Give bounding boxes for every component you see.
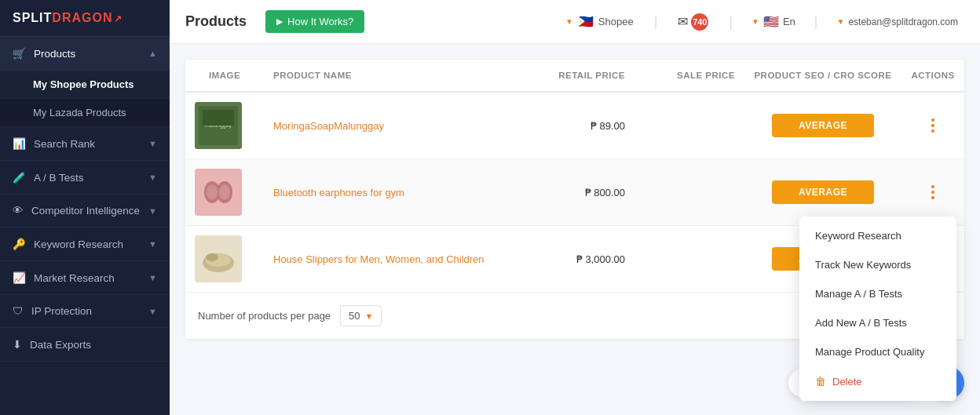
actions-2: [901, 169, 964, 215]
sidebar-item-competitor[interactable]: 👁 Competitor Intelligence ▼: [0, 195, 170, 228]
sidebar-item-my-lazada-products[interactable]: My Lazada Products: [0, 99, 170, 127]
col-retail-price: RETAIL PRICE: [525, 60, 634, 91]
shopee-selector[interactable]: ▼ 🇵🇭 Shopee: [558, 9, 642, 34]
col-sale-price: SALE PRICE: [634, 60, 744, 91]
logo: SPLITDRAGON↗: [0, 0, 170, 37]
user-email: esteban@splitdragon.com: [848, 16, 958, 27]
sidebar-item-keyword-label: Keyword Research: [34, 238, 123, 250]
content-area: IMAGE PRODUCT NAME RETAIL PRICE SALE PRI…: [170, 44, 980, 415]
sale-price-2: [634, 183, 744, 202]
chevron-up-icon: ▲: [148, 49, 157, 58]
dot-3: [931, 129, 934, 133]
dropdown-item-delete[interactable]: 🗑 Delete: [799, 366, 956, 396]
chevron-down-icon-4: ▼: [148, 239, 157, 249]
actions-1: [901, 103, 964, 148]
table-header: IMAGE PRODUCT NAME RETAIL PRICE SALE PRI…: [185, 60, 964, 93]
product-link-2[interactable]: Bluetooth earphones for gym: [273, 187, 404, 198]
products-submenu: My Shopee Products My Lazada Products: [0, 71, 170, 127]
trash-icon: 🗑: [815, 375, 826, 388]
language-selector[interactable]: ▼ 🇺🇸 En: [745, 9, 802, 34]
product-name-2: Bluetooth earphones for gym: [264, 177, 525, 208]
topbar: Products ▶ How It Works? ▼ 🇵🇭 Shopee | ✉…: [170, 0, 980, 44]
product-name-3: House Slippers for Men, Women, and Child…: [264, 244, 525, 275]
product-img-moringa: malunggay: [195, 102, 242, 149]
sidebar-item-search-rank-label: Search Rank: [34, 138, 95, 150]
chevron-down-icon-3: ▼: [148, 206, 157, 216]
mail-badge: 740: [691, 13, 708, 31]
chevron-down-icon-5: ▼: [148, 273, 157, 282]
user-menu[interactable]: ▼ esteban@splitdragon.com: [831, 12, 965, 32]
mail-button[interactable]: ✉ 740: [670, 9, 716, 35]
product-image-1: malunggay: [185, 93, 264, 158]
sidebar-item-competitor-label: Competitor Intelligence: [31, 205, 140, 217]
how-it-works-label: How It Works?: [287, 16, 353, 27]
retail-price-2: ₱ 800.00: [525, 177, 634, 208]
col-actions: ACTIONS: [901, 60, 964, 91]
product-image-2: [185, 159, 264, 225]
user-caret-icon: ▼: [837, 17, 845, 26]
logo-arrow: ↗: [114, 13, 122, 24]
sidebar-item-ip-protection[interactable]: 🛡 IP Protection ▼: [0, 295, 170, 328]
product-link-3[interactable]: House Slippers for Men, Women, and Child…: [273, 253, 485, 265]
sidebar-item-keyword-research[interactable]: 🔑 Keyword Research ▼: [0, 228, 170, 261]
sidebar-item-products-label: Products: [34, 48, 75, 60]
actions-menu-btn-1[interactable]: [911, 112, 955, 139]
sidebar-item-market-research[interactable]: 📈 Market Research ▼: [0, 261, 170, 295]
dot-1: [931, 118, 934, 122]
sidebar: SPLITDRAGON↗ 🛒 Products ▲ My Shopee Prod…: [0, 0, 170, 415]
ip-icon: 🛡: [13, 305, 24, 317]
how-it-works-button[interactable]: ▶ How It Works?: [265, 10, 364, 33]
product-img-earphones: [195, 169, 242, 216]
sidebar-item-ab-tests-label: A / B Tests: [34, 172, 84, 184]
dot-5: [931, 191, 934, 194]
shopee-caret-icon: ▼: [565, 17, 573, 26]
retail-price-3: ₱ 3,000.00: [525, 244, 634, 275]
col-product-name: PRODUCT NAME: [264, 60, 525, 91]
product-image-3: [185, 226, 264, 292]
seo-score-1: AVERAGE: [744, 104, 901, 147]
sidebar-item-ip-label: IP Protection: [31, 305, 92, 317]
lang-label: En: [783, 16, 795, 27]
main-content: Products ▶ How It Works? ▼ 🇵🇭 Shopee | ✉…: [170, 0, 980, 415]
keyword-icon: 🔑: [13, 238, 26, 250]
dropdown-item-keyword-research[interactable]: Keyword Research: [799, 221, 956, 250]
logo-split: SPLIT: [13, 11, 52, 24]
sidebar-item-ab-tests[interactable]: 🧪 A / B Tests ▼: [0, 161, 170, 195]
page-title: Products: [185, 13, 247, 30]
sale-price-3: [634, 249, 744, 268]
sidebar-item-search-rank[interactable]: 📊 Search Rank ▼: [0, 127, 170, 161]
product-img-slippers: [195, 235, 242, 282]
dot-6: [931, 196, 934, 199]
shopee-label: Shopee: [598, 16, 634, 27]
sale-price-1: [634, 116, 744, 135]
logo-dragon: DRAGON: [52, 11, 112, 24]
product-name-1: MoringaSoapMalunggay: [264, 111, 525, 141]
sidebar-item-data-exports[interactable]: ⬇ Data Exports: [0, 328, 170, 362]
retail-price-1: ₱ 89.00: [525, 111, 634, 141]
sidebar-item-my-shopee-products[interactable]: My Shopee Products: [0, 71, 170, 99]
sidebar-item-market-label: Market Research: [34, 272, 115, 284]
products-icon: 🛒: [13, 47, 26, 60]
per-page-select[interactable]: 50 ▼: [340, 305, 382, 326]
svg-point-12: [206, 253, 218, 261]
dropdown-item-manage-ab[interactable]: Manage A / B Tests: [799, 279, 956, 308]
lang-caret-icon: ▼: [751, 17, 759, 26]
average-btn-1[interactable]: AVERAGE: [772, 114, 874, 137]
chevron-down-icon: ▼: [148, 139, 157, 148]
dot-4: [931, 185, 934, 188]
actions-dropdown-menu: Keyword Research Track New Keywords Mana…: [799, 217, 956, 401]
seo-score-2: AVERAGE: [744, 171, 901, 213]
dropdown-item-track-keywords[interactable]: Track New Keywords: [799, 250, 956, 279]
market-icon: 📈: [13, 271, 26, 284]
per-page-label: Number of products per page: [198, 310, 331, 322]
sidebar-item-products[interactable]: 🛒 Products ▲: [0, 37, 170, 71]
dropdown-item-add-ab[interactable]: Add New A / B Tests: [799, 308, 956, 337]
col-image: IMAGE: [185, 60, 264, 91]
product-link-1[interactable]: MoringaSoapMalunggay: [273, 120, 384, 132]
competitor-icon: 👁: [13, 205, 24, 217]
play-icon: ▶: [276, 16, 283, 27]
average-btn-2[interactable]: AVERAGE: [772, 180, 874, 204]
per-page-caret-icon: ▼: [365, 311, 374, 321]
actions-menu-btn-2[interactable]: [911, 179, 955, 206]
dropdown-item-manage-quality[interactable]: Manage Product Quality: [799, 337, 956, 366]
